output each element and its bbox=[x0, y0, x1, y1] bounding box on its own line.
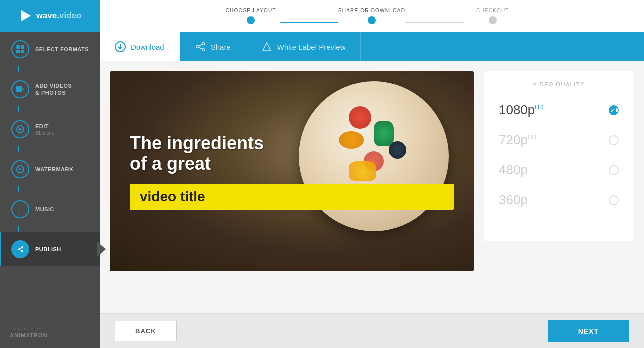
page-content: The ingredients of a great video title V… bbox=[100, 61, 644, 313]
step-label-1: CHOOSE LAYOUT bbox=[226, 8, 276, 13]
step-circle-3 bbox=[489, 16, 497, 24]
svg-rect-3 bbox=[16, 50, 20, 53]
quality-option-360p[interactable]: 360p bbox=[494, 185, 624, 215]
step-choose-layout: CHOOSE LAYOUT bbox=[222, 8, 280, 24]
stepper: CHOOSE LAYOUT SHARE OR DOWNLOAD CHECKOUT bbox=[100, 8, 644, 24]
svg-line-15 bbox=[20, 248, 22, 249]
quality-suffix-1080p: HD bbox=[535, 104, 544, 111]
svg-rect-4 bbox=[21, 50, 24, 53]
quality-value-360p: 360p bbox=[499, 192, 528, 208]
svg-rect-5 bbox=[16, 86, 22, 92]
video-preview: The ingredients of a great video title bbox=[110, 71, 474, 271]
svg-marker-6 bbox=[23, 88, 24, 91]
tab-white-label[interactable]: White Label Preview bbox=[246, 32, 362, 61]
footer: BACK NEXT bbox=[100, 313, 644, 348]
step-circle-1 bbox=[247, 16, 255, 24]
svg-marker-24 bbox=[263, 43, 271, 51]
connector-3 bbox=[18, 146, 20, 152]
sidebar-item-edit[interactable]: EDIT 31.5 sec bbox=[0, 112, 100, 146]
svg-marker-8 bbox=[20, 128, 22, 131]
quality-radio-360p[interactable] bbox=[609, 195, 619, 205]
connector-4 bbox=[18, 186, 20, 192]
logo-brand1: wave. bbox=[36, 11, 60, 20]
main-layout: SELECT FORMATS ADD VIDEOS& PHOTOS EDIT 3… bbox=[0, 32, 644, 348]
tab-white-label-label: White Label Preview bbox=[278, 43, 346, 51]
quality-option-1080p[interactable]: 1080pHD ✓ bbox=[494, 95, 624, 125]
preview-title: The ingredients of a great bbox=[130, 133, 454, 174]
step-label-2: SHARE OR DOWNLOAD bbox=[338, 8, 406, 13]
watermark-icon bbox=[12, 160, 30, 178]
tab-download[interactable]: Download bbox=[100, 32, 180, 61]
svg-line-16 bbox=[20, 250, 22, 251]
sidebar-item-publish[interactable]: PUBLISH bbox=[0, 232, 100, 266]
tab-share[interactable]: Share bbox=[180, 32, 246, 61]
svg-point-10 bbox=[20, 168, 22, 170]
quality-label-720p: 720p bbox=[499, 132, 528, 147]
quality-suffix-720p: HD bbox=[528, 134, 536, 141]
quality-option-720p[interactable]: 720pHD bbox=[494, 125, 624, 155]
quality-radio-480p[interactable] bbox=[609, 165, 619, 175]
quality-value-480p: 480p bbox=[499, 162, 528, 178]
svg-text:♪: ♪ bbox=[18, 205, 21, 213]
quality-value-1080p: 1080pHD bbox=[499, 102, 544, 118]
sidebar-label-watermark: WATERMARK bbox=[36, 166, 74, 173]
logo-area: wave.video bbox=[0, 0, 100, 32]
next-button[interactable]: NEXT bbox=[548, 320, 629, 342]
select-formats-icon bbox=[12, 40, 30, 58]
preview-title-line1: The ingredients bbox=[130, 133, 264, 153]
sidebar-item-select-formats[interactable]: SELECT FORMATS bbox=[0, 32, 100, 66]
tabs-bar: Download Share White Label Preview bbox=[100, 32, 644, 61]
white-label-tab-icon bbox=[262, 41, 272, 52]
quality-section-label: VIDEO QUALITY bbox=[494, 81, 624, 87]
preview-title-line2: of a great bbox=[130, 153, 211, 174]
sidebar: SELECT FORMATS ADD VIDEOS& PHOTOS EDIT 3… bbox=[0, 32, 100, 348]
quality-radio-720p[interactable] bbox=[609, 135, 619, 145]
connector-5 bbox=[18, 226, 20, 232]
logo-text: wave.video bbox=[36, 11, 82, 21]
svg-rect-1 bbox=[16, 45, 20, 49]
step-label-3: CHECKOUT bbox=[476, 8, 510, 13]
tab-download-label: Download bbox=[131, 43, 164, 51]
music-icon: ♪ bbox=[12, 200, 30, 218]
share-tab-icon bbox=[195, 41, 206, 52]
step-share-download: SHARE OR DOWNLOAD bbox=[338, 8, 406, 24]
logo-brand2: video bbox=[60, 11, 82, 20]
step-checkout: CHECKOUT bbox=[464, 8, 522, 24]
content-area: Download Share White Label Preview bbox=[100, 32, 644, 348]
sidebar-sublabel-edit: 31.5 sec bbox=[36, 130, 54, 136]
svg-point-12 bbox=[18, 248, 20, 250]
sidebar-label-select-formats: SELECT FORMATS bbox=[36, 46, 89, 53]
quality-label-1080p: 1080p bbox=[499, 102, 535, 117]
sidebar-label-edit: EDIT bbox=[36, 123, 54, 130]
tab-share-label: Share bbox=[211, 43, 231, 51]
checkmark-1080p: ✓ bbox=[610, 106, 616, 114]
stepper-inner: CHOOSE LAYOUT SHARE OR DOWNLOAD CHECKOUT bbox=[222, 8, 522, 24]
svg-line-22 bbox=[199, 45, 202, 46]
quality-radio-1080p[interactable]: ✓ bbox=[609, 105, 619, 115]
download-tab-icon bbox=[115, 41, 126, 52]
sidebar-item-music[interactable]: ♪ MUSIC bbox=[0, 192, 100, 226]
quality-panel: VIDEO QUALITY 1080pHD ✓ 720pHD bbox=[484, 71, 634, 241]
publish-icon bbox=[12, 240, 30, 258]
step-circle-2 bbox=[368, 16, 376, 24]
connector-1 bbox=[18, 66, 20, 72]
quality-label-360p: 360p bbox=[499, 192, 528, 207]
quality-option-480p[interactable]: 480p bbox=[494, 155, 624, 185]
preview-overlay: The ingredients of a great video title bbox=[110, 71, 474, 271]
svg-marker-0 bbox=[21, 10, 31, 21]
sidebar-label-publish: PUBLISH bbox=[36, 246, 62, 253]
logo-icon bbox=[18, 9, 32, 23]
edit-icon bbox=[12, 120, 30, 138]
svg-rect-2 bbox=[21, 45, 24, 49]
add-videos-icon bbox=[12, 80, 30, 98]
quality-value-720p: 720pHD bbox=[499, 132, 536, 148]
animatron-brand: ANIMATRON bbox=[10, 332, 90, 338]
preview-badge-text: video title bbox=[140, 189, 206, 204]
back-button[interactable]: BACK bbox=[115, 321, 177, 341]
svg-point-19 bbox=[196, 46, 199, 48]
sidebar-item-add-videos[interactable]: ADD VIDEOS& PHOTOS bbox=[0, 72, 100, 106]
step-connector-1 bbox=[280, 22, 338, 23]
svg-point-20 bbox=[202, 43, 204, 45]
sidebar-item-watermark[interactable]: WATERMARK bbox=[0, 152, 100, 186]
quality-label-480p: 480p bbox=[499, 162, 528, 177]
